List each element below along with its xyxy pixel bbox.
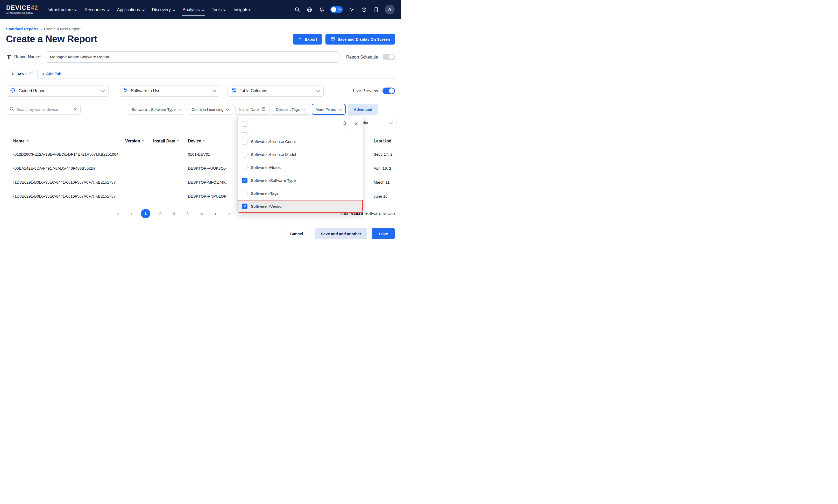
column-header-name[interactable]: Name⇅ [8, 139, 125, 143]
report-name-input[interactable] [46, 51, 339, 63]
search-input[interactable] [16, 107, 71, 112]
sort-icon[interactable]: ⇅ [177, 139, 180, 143]
advanced-button[interactable]: Advanced [348, 104, 378, 115]
checkbox[interactable] [242, 152, 248, 158]
option-software-license-count[interactable]: Software >License Count [238, 135, 363, 148]
cancel-button[interactable]: Cancel [283, 228, 310, 239]
option-label: Software >Vendor [251, 204, 283, 209]
bookmark-icon[interactable] [373, 6, 379, 13]
logo-accent: 42 [31, 4, 38, 11]
save-and-add-another-button[interactable]: Save and add another [315, 228, 367, 239]
page-button-3[interactable]: 3 [169, 209, 178, 218]
checkbox[interactable] [242, 191, 248, 196]
report-name-label: Report Name* [14, 55, 41, 59]
report-schedule-toggle[interactable] [382, 54, 395, 60]
save-display-button[interactable]: Save and Display On Screen [325, 34, 395, 44]
option-label: Software >Software Type [251, 178, 296, 183]
nav-item-infrastructure[interactable]: Infrastructure [45, 0, 80, 19]
export-button[interactable]: Export [293, 34, 322, 44]
drag-grip-icon[interactable] [12, 71, 15, 76]
footer-action-bar: Cancel Save and add another Save [6, 222, 395, 241]
page-button-4[interactable]: 4 [183, 209, 192, 218]
nav-item-applications[interactable]: Applications [114, 0, 147, 19]
filter-chip-device-tags[interactable]: Device→Tags [272, 104, 309, 115]
table-columns-select[interactable]: Table Columns [228, 85, 324, 96]
sort-icon[interactable]: ⇅ [142, 139, 145, 143]
page-button-2[interactable]: 2 [155, 209, 164, 218]
page-button-1[interactable]: 1 [141, 209, 150, 218]
chip-label: Device→Tags [276, 107, 300, 112]
option-software-vendor[interactable]: Software >Vendor [238, 200, 363, 213]
nav-item-tools[interactable]: Tools [209, 0, 229, 19]
cell-device: DESKTOP-MFQE74K [188, 180, 233, 184]
filter-search-input[interactable] [254, 122, 340, 126]
nav-item-analytics[interactable]: Analytics [180, 0, 207, 19]
previous-page-button[interactable]: ‹ [127, 209, 136, 218]
next-page-button[interactable]: › [211, 209, 220, 218]
live-preview-toggle[interactable] [382, 88, 395, 94]
columns-grid-icon [231, 88, 236, 94]
nav-item-discovery[interactable]: Discovery [149, 0, 178, 19]
report-name-row: T Report Name* Report Schedule [6, 51, 395, 63]
column-header-install-date[interactable]: Install Date⇅ [153, 139, 188, 143]
breadcrumb-standard-reports[interactable]: Standard Reports [6, 27, 39, 31]
checkbox[interactable] [242, 165, 248, 170]
tab-1[interactable]: Tab 1 [8, 69, 38, 78]
report-type-select[interactable]: Guided Report [6, 85, 109, 96]
column-header-device[interactable]: Device⇅ [188, 139, 233, 143]
device42-logo[interactable]: DEVICE42 A Freshworks Company [6, 5, 38, 14]
filter-chip-count-in-licensing[interactable]: Count in Licensing [188, 104, 233, 115]
column-header-last-updated[interactable]: Last Upd [361, 139, 401, 143]
option-software-license-model[interactable]: Software >License Model [238, 148, 363, 161]
sun-icon [338, 7, 342, 12]
user-avatar[interactable]: A [385, 5, 395, 15]
search-icon[interactable] [294, 6, 301, 13]
required-asterisk: * [39, 55, 41, 59]
nav-label: Discovery [152, 7, 171, 12]
clear-search-icon[interactable]: ✕ [74, 107, 77, 112]
checkbox[interactable] [242, 132, 248, 135]
save-button[interactable]: Save [372, 228, 395, 239]
checkbox[interactable] [242, 178, 248, 183]
option-label: Software >License Count [251, 139, 296, 144]
option-label: Software >Tags [251, 191, 279, 196]
search-icon [342, 121, 347, 127]
option-software-tags[interactable]: Software >Tags [238, 187, 363, 200]
last-page-button[interactable]: » [225, 209, 234, 218]
chevron-down-icon [173, 7, 175, 12]
report-schedule-group: Report Schedule [346, 54, 395, 60]
notifications-bell-icon[interactable] [318, 6, 325, 13]
data-source-select[interactable]: Software In Use [119, 85, 220, 96]
page-button-5[interactable]: 5 [197, 209, 206, 218]
first-page-button[interactable]: « [113, 209, 122, 218]
select-all-checkbox[interactable] [242, 121, 248, 127]
cell-name: {012D26C3-E12A-3BDA-8ECE-DF14E721A507}.K… [8, 152, 125, 157]
nav-item-resources[interactable]: Resources [82, 0, 112, 19]
help-icon[interactable] [360, 6, 367, 13]
settings-gear-icon[interactable] [348, 6, 355, 13]
cell-device: DESKTOP-VUUK3Q5 [188, 166, 233, 170]
globe-icon[interactable] [306, 6, 313, 13]
nav-item-insights[interactable]: Insights+ [231, 0, 253, 19]
breadcrumb-current: Create a New Report [44, 27, 81, 31]
filter-chip-install-date[interactable]: Install Date [235, 104, 269, 115]
sort-icon[interactable]: ⇅ [203, 139, 206, 143]
main-menu: Infrastructure Resources Applications Di… [45, 0, 253, 19]
tab-bar: Tab 1 + Add Tab [6, 69, 395, 78]
page-title: Create a New Report [6, 34, 97, 44]
add-tab-button[interactable]: + Add Tab [42, 71, 61, 76]
column-header-version[interactable]: Version⇅ [125, 139, 153, 143]
checkbox[interactable] [242, 203, 248, 209]
breadcrumb: Standard Reports › Create a New Report [6, 26, 395, 31]
theme-toggle[interactable] [331, 6, 343, 13]
sort-icon[interactable]: ⇅ [26, 139, 29, 143]
checkbox[interactable] [242, 139, 248, 145]
more-filters-button[interactable]: More Filters [312, 104, 346, 115]
option-software-software-type[interactable]: Software >Software Type [238, 174, 363, 187]
chevron-down-icon [226, 107, 229, 112]
option-software-notes[interactable]: Software >Notes [238, 161, 363, 174]
filter-chip-software-type[interactable]: Software→Software Type [128, 104, 185, 115]
edit-pencil-icon[interactable] [29, 71, 34, 77]
close-icon[interactable]: ✕ [354, 121, 359, 127]
chip-label: Software→Software Type [132, 107, 176, 112]
